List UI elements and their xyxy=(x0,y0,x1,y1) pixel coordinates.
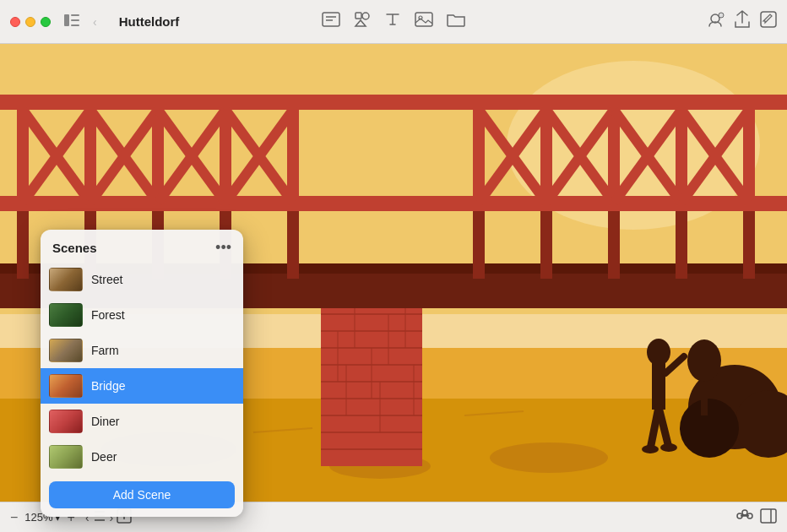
sidebar-toggle-icon[interactable] xyxy=(64,14,79,30)
svg-rect-7 xyxy=(356,13,361,19)
svg-rect-79 xyxy=(743,211,755,279)
svg-line-106 xyxy=(745,515,749,516)
svg-rect-42 xyxy=(0,95,787,110)
svg-point-21 xyxy=(490,442,608,473)
statusbar-right xyxy=(736,508,777,527)
zoom-minus-button[interactable]: − xyxy=(10,510,18,525)
svg-rect-2 xyxy=(71,19,79,21)
edit-icon[interactable] xyxy=(760,11,777,32)
nav-forward-icon[interactable] xyxy=(102,14,109,30)
share-icon[interactable] xyxy=(735,10,750,33)
scene-name-diner: Diner xyxy=(91,415,119,428)
svg-rect-107 xyxy=(761,509,776,523)
collab-icon[interactable] xyxy=(706,12,725,31)
add-scene-button[interactable]: Add Scene xyxy=(49,481,235,508)
svg-point-80 xyxy=(647,339,670,366)
scene-thumb-deer xyxy=(49,445,83,469)
svg-point-94 xyxy=(687,339,721,382)
scene-thumb-farm xyxy=(49,339,83,362)
svg-rect-1 xyxy=(71,14,79,16)
svg-rect-4 xyxy=(323,13,339,26)
svg-point-12 xyxy=(719,13,724,18)
svg-rect-43 xyxy=(0,196,787,211)
graph-icon[interactable] xyxy=(736,508,753,527)
scenes-list: Street Forest Farm Bridge Diner Deer xyxy=(41,262,243,475)
svg-rect-3 xyxy=(71,24,79,26)
maximize-button[interactable] xyxy=(41,17,51,27)
textbox-icon[interactable] xyxy=(322,12,340,31)
folder-icon[interactable] xyxy=(447,12,465,31)
panel-toggle-icon[interactable] xyxy=(760,508,777,527)
scenes-panel: Scenes ••• Street Forest Farm Bridge xyxy=(41,230,243,517)
scenes-header: Scenes ••• xyxy=(41,230,243,262)
svg-point-85 xyxy=(642,445,659,453)
svg-point-8 xyxy=(362,13,369,19)
svg-rect-78 xyxy=(676,211,687,279)
shape-icon[interactable] xyxy=(354,11,371,32)
scene-thumb-street xyxy=(49,268,83,291)
window-title: Hutteldorf xyxy=(119,14,180,29)
svg-rect-0 xyxy=(64,14,69,26)
text-icon[interactable] xyxy=(384,11,401,32)
scene-name-deer: Deer xyxy=(91,450,117,464)
svg-point-103 xyxy=(742,510,747,515)
svg-rect-81 xyxy=(652,363,665,410)
toolbar-right xyxy=(706,10,777,33)
scene-item-forest[interactable]: Forest xyxy=(41,297,243,333)
titlebar: ‹ Hutteldorf xyxy=(0,0,787,44)
main-content: Scenes ••• Street Forest Farm Bridge xyxy=(0,44,787,532)
scene-name-forest: Forest xyxy=(91,308,125,322)
svg-line-105 xyxy=(741,515,745,516)
svg-rect-70 xyxy=(17,211,29,279)
svg-point-89 xyxy=(680,399,739,458)
svg-rect-75 xyxy=(473,211,485,279)
minimize-button[interactable] xyxy=(25,17,35,27)
svg-rect-76 xyxy=(540,211,552,279)
scenes-title: Scenes xyxy=(52,241,97,255)
scene-item-farm[interactable]: Farm xyxy=(41,333,243,368)
toolbar-center xyxy=(322,11,465,32)
svg-rect-77 xyxy=(608,211,620,279)
scene-thumb-bridge xyxy=(49,374,83,398)
scene-thumb-diner xyxy=(49,410,83,433)
close-button[interactable] xyxy=(10,17,20,27)
traffic-lights xyxy=(10,17,51,27)
scene-item-deer[interactable]: Deer xyxy=(41,439,243,475)
scene-item-diner[interactable]: Diner xyxy=(41,404,243,439)
nav-arrows: ‹ xyxy=(90,14,109,30)
scene-name-farm: Farm xyxy=(91,344,119,357)
scenes-more-button[interactable]: ••• xyxy=(215,240,231,255)
svg-rect-9 xyxy=(415,13,432,26)
svg-rect-74 xyxy=(287,211,299,279)
scene-thumb-forest xyxy=(49,303,83,327)
scene-item-street[interactable]: Street xyxy=(41,262,243,297)
scene-name-bridge: Bridge xyxy=(91,379,125,393)
scene-item-bridge[interactable]: Bridge xyxy=(41,368,243,404)
image-icon[interactable] xyxy=(415,12,433,31)
svg-point-86 xyxy=(660,443,677,452)
nav-back-icon[interactable]: ‹ xyxy=(90,14,100,30)
scene-name-street: Street xyxy=(91,273,122,286)
